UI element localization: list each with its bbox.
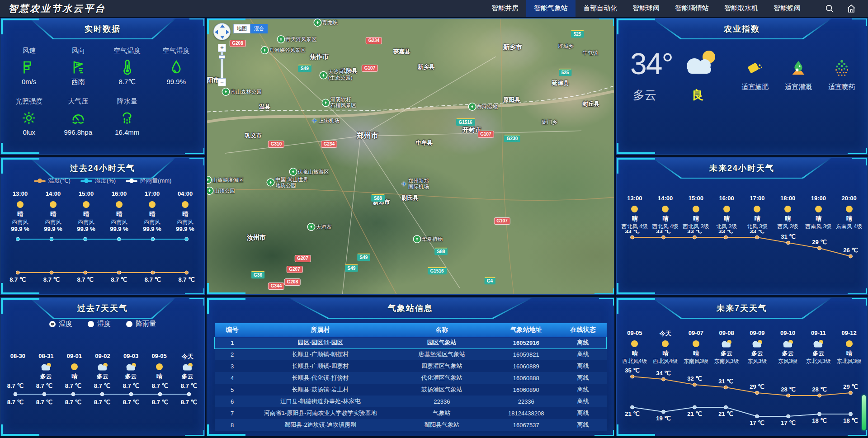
weather-cond: 晴 xyxy=(681,215,712,223)
series-radio[interactable]: 降雨量 xyxy=(126,320,156,328)
panel-scrollbar[interactable] xyxy=(862,395,866,430)
sun-icon xyxy=(681,339,712,349)
weather-cond: 晴 xyxy=(650,215,681,223)
zoom-out-button[interactable]: − xyxy=(218,78,226,86)
nav-item[interactable]: 智能球阀 xyxy=(625,0,667,17)
table-cell: 园区气象站 xyxy=(391,337,493,349)
svg-text:8.7 ℃: 8.7 ℃ xyxy=(9,276,26,283)
svg-text:33 ℃: 33 ℃ xyxy=(718,230,733,235)
weather-time: 04:00 xyxy=(169,190,202,198)
map-type-button[interactable]: 混合 xyxy=(250,24,268,33)
weather-column: 04:00晴西南风99.9 % xyxy=(169,190,202,234)
weather-wind: 东风3级 xyxy=(742,358,773,365)
series-radio[interactable]: 温度 xyxy=(49,320,72,328)
weather-time: 15:00 xyxy=(681,195,712,203)
satellite-map[interactable]: 青龙峡青天河风景区丹河峡谷风景区焦作市获嘉县新乡市胙城乡牛屯镇新乡县武陟县大沙河… xyxy=(207,19,614,294)
weather-column: 08-30 xyxy=(4,353,32,381)
radio-button[interactable] xyxy=(88,321,94,327)
zoom-slider[interactable] xyxy=(221,52,223,78)
weather-cond: 多云 xyxy=(173,372,202,381)
weather-wind: 西南风 xyxy=(169,218,202,226)
panel-corner-accent xyxy=(616,143,655,155)
radio-button[interactable] xyxy=(126,321,132,327)
metric-value: 16.4mm xyxy=(103,128,152,136)
panel-corner-accent xyxy=(848,288,868,295)
weather-wind: 西风 3级 xyxy=(773,223,803,230)
weather-cond: 晴 xyxy=(619,349,650,358)
table-row[interactable]: 3长顺县-广顺镇-四寨村四寨灌区气象站16060889离线 xyxy=(215,360,607,372)
panel-corner-accent xyxy=(0,143,39,155)
weather-columns: 09-05晴西北风4级今天晴西北风4级09-07晴东南风3级09-08多云东南风… xyxy=(617,330,867,365)
table-cell: 16059821 xyxy=(493,349,559,360)
panel-corner-accent xyxy=(852,18,868,26)
svg-text:8.7 ℃: 8.7 ℃ xyxy=(36,399,52,405)
nav-item[interactable]: 智能井房 xyxy=(484,0,526,17)
map-type-button[interactable]: 地图 xyxy=(233,24,250,33)
nav-item[interactable]: 智能墒情站 xyxy=(667,0,717,17)
svg-text:33 ℃: 33 ℃ xyxy=(656,230,671,235)
table-row[interactable]: 6江口县-凯德街道办事处-林家屯2233622336离线 xyxy=(215,396,607,407)
weather-cond: 晴 xyxy=(773,215,803,223)
weather-column: 09-07晴东南风3级 xyxy=(681,330,712,365)
table-row[interactable]: 8鄱阳县-2迪坎镇-迪坎镇房刚鄱阳县气象站16067537离线 xyxy=(215,419,607,431)
panel-corner-accent xyxy=(852,297,868,306)
search-icon[interactable] xyxy=(825,4,835,14)
svg-text:33 ℃: 33 ℃ xyxy=(750,230,764,235)
metric-rain: 降水量16.4mm xyxy=(103,97,152,136)
weather-column: 09-09多云东风3级 xyxy=(742,330,773,365)
radio-label: 温度 xyxy=(59,320,72,328)
table-row[interactable]: 4长顺县-代化镇-打傍村代化灌区气象站16060888离线 xyxy=(215,372,607,384)
panel-title: 气象站信息 xyxy=(288,298,533,319)
zoom-in-button[interactable]: + xyxy=(218,44,226,52)
metric-value: 996.8hpa xyxy=(54,128,103,136)
table-row[interactable]: 7河南省1-原阳县-河南农业大学教学实验基地气象站18124438208离线 xyxy=(215,407,607,419)
metric-value: 0lux xyxy=(5,128,54,136)
nav-item[interactable]: 智能取水机 xyxy=(717,0,766,17)
table-row[interactable]: 1园区-园区11-园区园区气象站16052916离线 xyxy=(215,337,607,349)
weather-column: 18:00晴西风 3级 xyxy=(773,195,803,230)
sun-icon xyxy=(803,204,834,214)
weather-hum: 99.9 % xyxy=(70,226,103,234)
svg-text:21 ℃: 21 ℃ xyxy=(687,410,702,417)
weather-column: 09-05晴西北风4级 xyxy=(619,330,650,365)
weather-date: 09-07 xyxy=(681,330,712,338)
zoom-slider-thumb[interactable] xyxy=(219,55,225,59)
weather-wind: 东风3级 xyxy=(773,358,803,365)
weather-column: 19:00晴西南风 3级 xyxy=(803,195,834,230)
table-cell: 16052916 xyxy=(493,337,559,349)
svg-text:8.7 ℃: 8.7 ℃ xyxy=(152,399,168,405)
radio-button[interactable] xyxy=(49,321,56,327)
humidity-icon xyxy=(152,58,201,77)
series-radio[interactable]: 湿度 xyxy=(88,320,111,328)
nav-item[interactable]: 智能蝶阀 xyxy=(766,0,808,17)
panel-corner-accent xyxy=(189,297,205,306)
weather-wind: 东南风3级 xyxy=(681,358,712,365)
weather-column: 14:00晴西北风 4级 xyxy=(650,195,681,230)
table-row[interactable]: 2长顺县-广顺镇-朝摆村唐基堡灌区气象站16059821离线 xyxy=(215,349,607,360)
weather-cond: 晴 xyxy=(4,210,37,218)
weather-time: 20:00 xyxy=(834,195,864,203)
nav-item[interactable]: 首部自动化 xyxy=(576,0,625,17)
weather-column: 15:00晴西北风 3级 xyxy=(681,195,712,230)
future7-line-chart: 35 ℃34 ℃32 ℃31 ℃29 ℃28 ℃28 ℃29 ℃21 ℃19 ℃… xyxy=(617,365,866,430)
svg-text:8.7 ℃: 8.7 ℃ xyxy=(36,382,52,389)
series-radio-group: 温度湿度降雨量 xyxy=(1,320,204,328)
weather-column: 08-31多云 xyxy=(32,353,61,381)
table-cell: 离线 xyxy=(559,407,606,419)
wind-dir-icon xyxy=(54,58,103,77)
weather-hum: 99.9 % xyxy=(103,226,136,234)
map-pan-control[interactable] xyxy=(213,23,231,40)
nav-item[interactable]: 智能气象站 xyxy=(526,0,576,17)
home-icon[interactable] xyxy=(846,4,856,14)
weather-wind: 西北风4级 xyxy=(619,358,650,365)
svg-text:8.7 ℃: 8.7 ℃ xyxy=(181,399,197,405)
spray-icon xyxy=(828,58,855,79)
weather-column: 今天多云 xyxy=(173,353,202,381)
table-cell: 长顺县-鼓扬镇-岩上村 xyxy=(250,384,391,396)
sun-icon xyxy=(834,339,864,349)
svg-text:29 ℃: 29 ℃ xyxy=(843,383,858,390)
table-cell: 鄱阳县气象站 xyxy=(391,419,493,431)
panel-title: 过去24小时天气 xyxy=(29,158,176,179)
thermometer-icon xyxy=(103,58,152,77)
table-row[interactable]: 5长顺县-鼓扬镇-岩上村鼓扬灌区气象站16060890离线 xyxy=(215,384,607,396)
